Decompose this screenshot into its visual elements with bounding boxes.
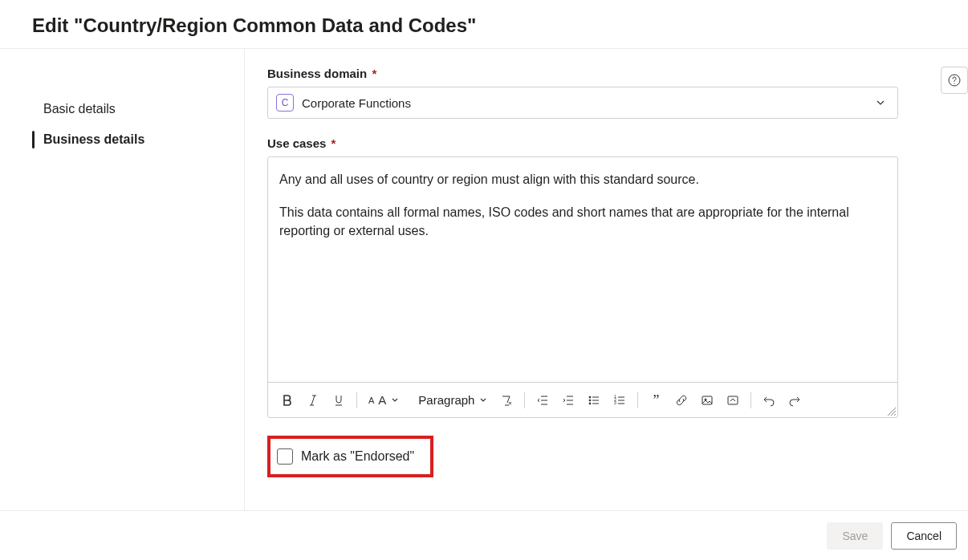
redo-button[interactable] — [783, 389, 806, 412]
nav-item-label: Basic details — [43, 102, 116, 116]
help-button[interactable] — [941, 67, 968, 94]
outdent-button[interactable] — [531, 389, 554, 412]
link-button[interactable] — [670, 389, 693, 412]
nav-business-details[interactable]: Business details — [0, 124, 244, 155]
attachment-button[interactable] — [722, 389, 744, 412]
chevron-down-icon — [875, 97, 886, 108]
svg-point-2 — [589, 396, 591, 398]
underline-button[interactable] — [327, 389, 350, 412]
undo-icon — [763, 394, 775, 407]
font-size-select[interactable]: AA — [364, 389, 404, 412]
field-use-cases: Use cases * Any and all uses of country … — [267, 136, 946, 418]
endorsed-checkbox[interactable] — [277, 448, 293, 465]
toolbar-separator — [637, 392, 638, 408]
svg-point-4 — [589, 403, 591, 404]
nav-item-label: Business details — [43, 132, 144, 146]
attachment-icon — [726, 394, 739, 407]
bold-button[interactable] — [276, 389, 299, 412]
quote-icon: ” — [653, 393, 659, 408]
required-indicator: * — [372, 67, 376, 80]
redo-icon — [788, 394, 801, 407]
italic-icon — [307, 394, 319, 407]
chevron-down-icon — [479, 396, 487, 404]
chevron-down-icon — [391, 396, 399, 404]
main-content: Business domain * C Corporate Functions … — [245, 49, 968, 510]
use-cases-textarea[interactable]: Any and all uses of country or region mu… — [268, 157, 897, 382]
business-domain-value: Corporate Functions — [302, 96, 411, 110]
clear-format-icon — [500, 394, 513, 407]
bold-icon — [281, 394, 294, 407]
use-cases-editor: Any and all uses of country or region mu… — [267, 156, 898, 418]
endorsed-label: Mark as "Endorsed" — [301, 449, 414, 464]
business-domain-label: Business domain * — [267, 67, 946, 80]
use-cases-label: Use cases * — [267, 136, 946, 150]
use-cases-text-line: This data contains all formal names, ISO… — [279, 203, 886, 240]
numbered-list-icon: 123 — [613, 394, 626, 407]
image-button[interactable] — [696, 389, 718, 412]
svg-point-3 — [589, 400, 591, 401]
help-icon — [948, 74, 961, 87]
indent-icon — [562, 394, 575, 407]
svg-text:3: 3 — [614, 400, 616, 405]
clear-format-button[interactable] — [495, 389, 518, 412]
indent-button[interactable] — [557, 389, 580, 412]
field-business-domain: Business domain * C Corporate Functions — [267, 67, 946, 119]
bullet-list-button[interactable] — [583, 389, 605, 412]
page-header: Edit "Country/Region Common Data and Cod… — [0, 0, 968, 49]
svg-rect-10 — [728, 396, 738, 404]
save-button[interactable]: Save — [827, 522, 883, 550]
domain-chip: C — [276, 94, 294, 112]
footer: Save Cancel — [0, 510, 968, 560]
business-domain-dropdown[interactable]: C Corporate Functions — [267, 87, 898, 119]
underline-icon — [332, 394, 345, 407]
paragraph-select-label: Paragraph — [418, 393, 474, 407]
editor-toolbar: AA Paragraph — [268, 382, 897, 417]
outdent-icon — [536, 394, 549, 407]
italic-button[interactable] — [302, 389, 324, 412]
required-indicator: * — [331, 136, 336, 150]
toolbar-separator — [524, 392, 525, 408]
toolbar-separator — [750, 392, 751, 408]
paragraph-style-select[interactable]: Paragraph — [413, 389, 492, 412]
bullet-list-icon — [588, 394, 600, 407]
resize-handle-icon[interactable] — [885, 405, 897, 416]
svg-point-1 — [954, 83, 954, 83]
nav-basic-details[interactable]: Basic details — [0, 94, 244, 124]
page-title: Edit "Country/Region Common Data and Cod… — [32, 14, 936, 37]
numbered-list-button[interactable]: 123 — [608, 389, 631, 412]
undo-button[interactable] — [758, 389, 780, 412]
endorsed-row: Mark as "Endorsed" — [267, 436, 433, 477]
image-icon — [701, 394, 714, 407]
toolbar-separator — [356, 392, 357, 408]
link-icon — [675, 394, 688, 407]
svg-rect-8 — [702, 396, 712, 404]
side-nav: Basic details Business details — [0, 49, 245, 510]
cancel-button[interactable]: Cancel — [891, 522, 957, 550]
use-cases-text-line: Any and all uses of country or region mu… — [279, 170, 886, 189]
quote-button[interactable]: ” — [645, 389, 667, 412]
